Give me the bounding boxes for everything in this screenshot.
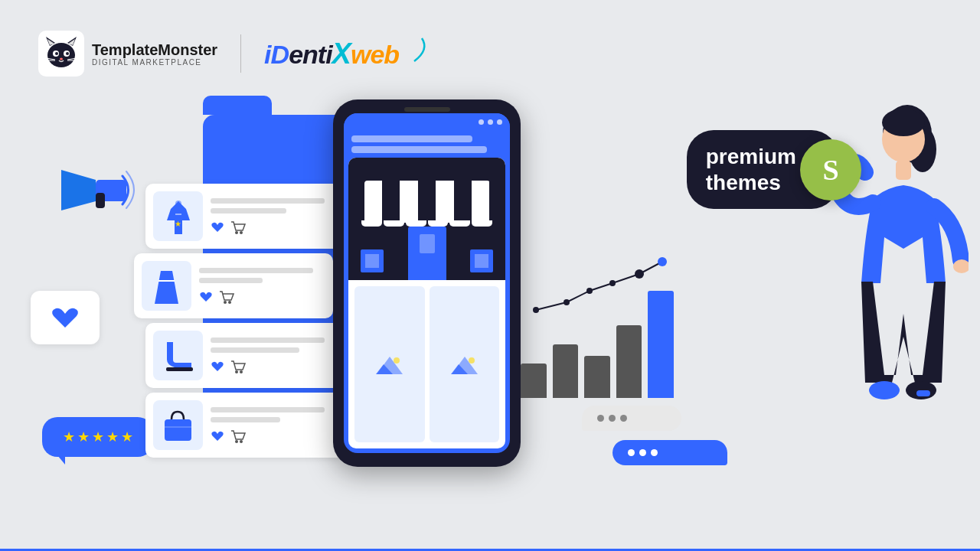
svg-point-42 <box>658 257 667 266</box>
dress-icon: ★ <box>163 197 194 236</box>
cart-small-icon-3 <box>230 360 246 374</box>
heart-icon <box>50 305 80 331</box>
chat-dot-2b <box>639 449 646 456</box>
premium-line2: themes <box>706 171 781 194</box>
chat-dot-1b <box>609 415 616 422</box>
phone-screen <box>344 113 510 453</box>
heart-small-icon <box>211 221 224 233</box>
svg-rect-52 <box>916 390 930 396</box>
bar-2 <box>553 344 579 398</box>
bar-5 <box>648 291 674 398</box>
tm-sub: DIGITAL MARKETPLACE <box>92 58 217 67</box>
chat-dot-1a <box>597 415 604 422</box>
heart-small-icon-3 <box>211 360 224 373</box>
svg-point-21 <box>240 231 243 234</box>
svg-point-46 <box>882 109 925 136</box>
svg-point-25 <box>235 370 238 373</box>
svg-point-1 <box>47 43 75 67</box>
cart-small-icon <box>230 221 246 235</box>
store-image-2 <box>430 286 500 442</box>
product-info-dress <box>211 198 337 235</box>
megaphone <box>54 153 130 222</box>
svg-point-18 <box>175 201 181 207</box>
product-card-boot <box>145 323 345 388</box>
product-card-list: ★ <box>145 184 345 458</box>
illustration: ★ ★ ★ ★ ★ ★ <box>0 115 980 551</box>
svg-point-26 <box>240 370 243 373</box>
cart-small-icon-4 <box>230 430 246 444</box>
star-5: ★ <box>121 429 133 445</box>
identix-logo: iDentiXweb <box>264 37 399 70</box>
product-info-bag <box>211 407 337 444</box>
star-4: ★ <box>106 429 119 445</box>
product-card-bag <box>145 393 345 458</box>
phone-dot-2 <box>488 119 493 125</box>
bar-3 <box>584 356 610 398</box>
product-img-bag <box>153 400 203 450</box>
svg-point-50 <box>869 381 900 399</box>
chat-bubbles-area <box>582 406 727 465</box>
svg-point-29 <box>235 440 238 443</box>
identix-x: X <box>332 37 351 70</box>
chat-bubble-1 <box>582 406 681 431</box>
logo-divider <box>240 34 241 73</box>
chat-bubble-2 <box>612 440 727 465</box>
mountain-icon-1 <box>376 353 403 376</box>
templatemonster-logo: TemplateMonster DIGITAL MARKETPLACE <box>38 31 217 77</box>
store-awning <box>348 158 505 280</box>
svg-rect-17 <box>96 193 105 208</box>
svg-point-8 <box>55 52 58 55</box>
mountain-icon-2 <box>451 353 478 376</box>
product-img-skirt <box>142 261 191 311</box>
heart-bubble <box>31 291 100 344</box>
skirt-icon <box>149 267 184 305</box>
product-card-skirt <box>134 253 333 318</box>
premium-line1: premium <box>706 145 796 168</box>
svg-point-36 <box>469 357 475 364</box>
svg-point-30 <box>240 440 243 443</box>
header: TemplateMonster DIGITAL MARKETPLACE iDen… <box>38 31 433 77</box>
phone-store-screen <box>348 158 505 448</box>
svg-point-22 <box>224 301 227 304</box>
bar-chart <box>521 283 674 398</box>
star-2: ★ <box>77 429 90 445</box>
product-card-dress: ★ <box>145 184 345 249</box>
heart-small-icon-2 <box>199 291 213 303</box>
bar-4 <box>616 325 642 398</box>
identix-arc <box>410 34 433 65</box>
svg-rect-47 <box>896 161 911 180</box>
tm-name: TemplateMonster <box>92 41 217 58</box>
svg-point-33 <box>394 357 400 364</box>
shopify-badge: S <box>800 139 861 201</box>
chat-dot-2a <box>628 449 635 456</box>
cart-small-icon-2 <box>219 291 234 305</box>
boot-icon <box>159 338 198 373</box>
chat-dot-1c <box>620 415 627 422</box>
shopify-s-letter: S <box>822 153 838 187</box>
product-info-skirt <box>199 268 325 305</box>
product-info-boot <box>211 337 337 374</box>
svg-rect-27 <box>165 419 191 441</box>
svg-point-10 <box>60 58 63 60</box>
chat-dot-2c <box>651 449 658 456</box>
tm-text-block: TemplateMonster DIGITAL MARKETPLACE <box>92 41 217 67</box>
bar-1 <box>521 364 547 398</box>
phone-status-bar <box>344 113 510 131</box>
analytics-area <box>521 245 704 398</box>
star-3: ★ <box>92 429 104 445</box>
heart-small-icon-4 <box>211 430 224 442</box>
tm-icon <box>38 31 84 77</box>
store-image-1 <box>354 286 425 442</box>
stars-bubble: ★ ★ ★ ★ ★ <box>42 417 153 457</box>
phone-dot-1 <box>479 119 484 125</box>
identix-i: i <box>264 40 270 69</box>
star-1: ★ <box>63 429 75 445</box>
identix-web: web <box>351 40 399 69</box>
identix-enti: enti <box>289 40 332 69</box>
svg-marker-16 <box>61 170 96 210</box>
svg-point-9 <box>66 52 69 55</box>
svg-point-23 <box>228 301 231 304</box>
phone-mockup <box>333 99 521 467</box>
phone-store-images <box>348 280 505 448</box>
svg-text:★: ★ <box>175 220 181 228</box>
